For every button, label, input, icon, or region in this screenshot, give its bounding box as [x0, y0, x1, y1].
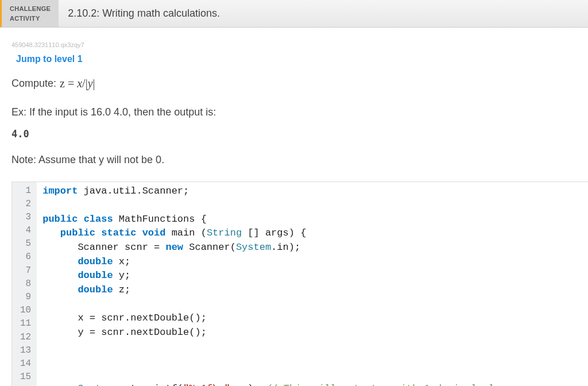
- line-number: 10: [20, 304, 31, 317]
- line-number: 12: [20, 331, 31, 344]
- line-number: 3: [20, 211, 31, 224]
- line-number: 7: [20, 264, 31, 277]
- line-number: 11: [20, 317, 31, 330]
- prompt-area: Compute: z = x/|y| Ex: If the input is 1…: [0, 75, 588, 168]
- formula-y: y: [88, 77, 93, 90]
- line-number: 13: [20, 344, 31, 357]
- code-line[interactable]: double z;: [42, 283, 588, 298]
- note-line: Note: Assume that y will not be 0.: [11, 152, 577, 168]
- code-line[interactable]: double x;: [42, 255, 588, 269]
- compute-line: Compute: z = x/|y|: [11, 75, 577, 92]
- activity-hash: 459048.3231110.qx3zqy7: [0, 28, 588, 52]
- example-output: 4.0: [11, 127, 577, 142]
- activity-title: 2.10.2: Writing math calculations.: [59, 0, 588, 27]
- formula-eq: =: [68, 77, 74, 90]
- abs-close: |: [93, 77, 95, 90]
- code-line[interactable]: [42, 368, 588, 383]
- badge-line-1: CHALLENGE: [10, 4, 51, 14]
- line-number: 5: [20, 237, 31, 250]
- line-number: 2: [20, 198, 31, 211]
- code-content[interactable]: import java.util.Scanner; public class M…: [37, 182, 588, 387]
- activity-header: CHALLENGE ACTIVITY 2.10.2: Writing math …: [0, 0, 588, 28]
- jump-to-level-link[interactable]: Jump to level 1: [0, 52, 588, 75]
- challenge-badge: CHALLENGE ACTIVITY: [0, 0, 59, 27]
- code-line[interactable]: Scanner scnr = new Scanner(System.in);: [42, 241, 588, 255]
- code-line[interactable]: public class MathFunctions {: [42, 213, 588, 227]
- line-number: 6: [20, 250, 31, 264]
- formula: z = x/|y|: [60, 75, 95, 92]
- code-line[interactable]: [42, 198, 588, 213]
- line-number: 15: [20, 370, 31, 384]
- line-number: 14: [20, 357, 31, 370]
- compute-prefix: Compute:: [11, 76, 56, 91]
- formula-x: x: [77, 77, 82, 90]
- line-gutter: 123456789101112131415: [12, 182, 37, 387]
- code-line[interactable]: [42, 340, 588, 354]
- code-editor[interactable]: 123456789101112131415 import java.util.S…: [11, 182, 588, 387]
- code-line[interactable]: y = scnr.nextDouble();: [42, 326, 588, 340]
- code-line[interactable]: System.out.printf("%.1f\n", z); // This …: [42, 382, 588, 386]
- code-line[interactable]: [42, 354, 588, 368]
- code-line[interactable]: x = scnr.nextDouble();: [42, 311, 588, 326]
- badge-line-2: ACTIVITY: [10, 14, 51, 24]
- code-line[interactable]: [42, 298, 588, 312]
- line-number: 8: [20, 277, 31, 291]
- formula-z: z: [60, 77, 65, 90]
- code-line[interactable]: import java.util.Scanner;: [42, 184, 588, 199]
- line-number: 4: [20, 224, 31, 237]
- code-line[interactable]: public static void main (String [] args)…: [42, 226, 588, 241]
- example-line: Ex: If the input is 16.0 4.0, then the o…: [11, 105, 577, 120]
- line-number: 1: [20, 184, 31, 198]
- code-line[interactable]: double y;: [42, 269, 588, 283]
- line-number: 9: [20, 291, 31, 304]
